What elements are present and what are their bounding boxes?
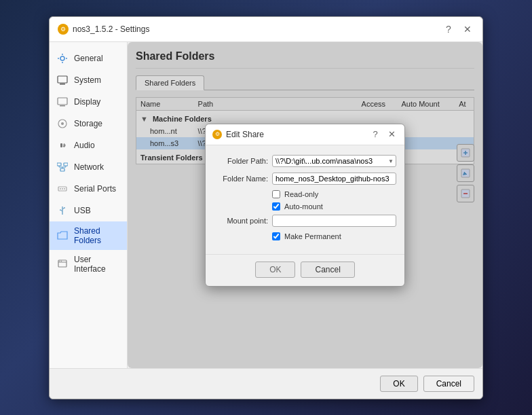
title-bar-left: ⚙ nos3_1.5.2 - Settings [58, 24, 149, 35]
system-icon [56, 74, 69, 86]
window-footer: OK Cancel [50, 368, 482, 399]
sidebar-label-usb: USB [74, 206, 91, 215]
automount-checkbox[interactable] [272, 202, 280, 211]
network-icon [56, 161, 69, 173]
readonly-label: Read-only [284, 190, 318, 198]
mount-point-input[interactable] [272, 215, 396, 227]
svg-point-25 [64, 207, 65, 209]
svg-rect-6 [60, 84, 65, 85]
user-interface-icon [56, 258, 69, 270]
ok-button[interactable]: OK [380, 376, 417, 392]
folder-path-row: Folder Path: \\?\D:\git\...ub.com\nasa\n… [214, 155, 396, 167]
folder-path-select-wrap: \\?\D:\git\...ub.com\nasa\nos3 ▼ [272, 155, 396, 167]
sidebar-item-general[interactable]: General [50, 48, 127, 69]
svg-point-31 [61, 260, 62, 261]
title-bar: ⚙ nos3_1.5.2 - Settings ? ✕ [50, 17, 482, 42]
folder-name-row: Folder Name: [214, 173, 396, 185]
sidebar-item-network[interactable]: Network [50, 156, 127, 178]
modal-app-icon: ⚙ [212, 130, 222, 139]
window-title: nos3_1.5.2 - Settings [73, 24, 149, 34]
automount-row: Auto-mount [214, 202, 396, 211]
usb-icon [56, 204, 69, 217]
sidebar-item-shared-folders[interactable]: Shared Folders [50, 221, 127, 250]
folder-path-select[interactable]: \\?\D:\git\...ub.com\nasa\nos3 [272, 155, 396, 167]
permanent-row: Make Permanent [214, 232, 396, 240]
svg-point-4 [66, 58, 67, 59]
svg-rect-11 [60, 143, 62, 147]
title-bar-right: ? ✕ [442, 22, 474, 36]
modal-cancel-button[interactable]: Cancel [301, 261, 354, 278]
general-icon [56, 52, 69, 65]
audio-icon [56, 139, 69, 151]
sidebar-item-system[interactable]: System [50, 69, 127, 91]
sidebar-item-usb[interactable]: USB [50, 200, 127, 221]
close-button[interactable]: ✕ [461, 22, 474, 36]
svg-rect-27 [60, 209, 61, 211]
readonly-checkbox[interactable] [272, 190, 280, 198]
permanent-checkbox[interactable] [272, 232, 280, 240]
modal-footer: OK Cancel [206, 254, 404, 286]
automount-label: Auto-mount [284, 202, 323, 211]
svg-rect-14 [64, 163, 68, 166]
sidebar-label-shared-folders: Shared Folders [74, 226, 120, 245]
modal-title: Edit Share [226, 130, 264, 139]
modal-body: Folder Path: \\?\D:\git\...ub.com\nasa\n… [206, 145, 404, 250]
sidebar-label-user-interface: User Interface [74, 255, 120, 274]
svg-point-20 [60, 188, 61, 190]
sidebar-item-storage[interactable]: Storage [50, 113, 127, 134]
sidebar-label-storage: Storage [74, 119, 102, 128]
sidebar-label-general: General [74, 54, 103, 63]
sidebar-item-audio[interactable]: Audio [50, 134, 127, 156]
svg-point-1 [62, 54, 63, 55]
permanent-label: Make Permanent [284, 232, 341, 240]
mount-point-row: Mount point: [214, 215, 396, 227]
readonly-row: Read-only [214, 190, 396, 198]
svg-point-3 [58, 58, 59, 59]
modal-help-button[interactable]: ? [369, 128, 381, 141]
serial-ports-icon [56, 183, 69, 195]
modal-ok-button[interactable]: OK [255, 261, 295, 278]
svg-rect-8 [60, 105, 65, 107]
shared-folders-icon [56, 230, 69, 242]
svg-point-0 [60, 56, 64, 60]
settings-window: ⚙ nos3_1.5.2 - Settings ? ✕ General Syst… [49, 16, 483, 399]
sidebar-item-serial-ports[interactable]: Serial Ports [50, 178, 127, 200]
folder-name-wrap [272, 173, 396, 185]
folder-path-label: Folder Path: [214, 157, 268, 165]
folder-name-input[interactable] [272, 173, 396, 185]
sidebar-label-audio: Audio [74, 141, 95, 150]
svg-rect-13 [57, 163, 61, 166]
help-button[interactable]: ? [442, 22, 455, 36]
sidebar-item-display[interactable]: Display [50, 91, 127, 113]
storage-icon [56, 118, 69, 130]
modal-overlay: ⚙ Edit Share ? ✕ Folder Path: [128, 42, 482, 368]
modal-close-button[interactable]: ✕ [385, 128, 398, 141]
svg-rect-7 [58, 98, 67, 105]
modal-title-buttons: ? ✕ [369, 128, 398, 141]
modal-title-left: ⚙ Edit Share [212, 130, 264, 139]
sidebar-item-user-interface[interactable]: User Interface [50, 250, 127, 278]
sidebar-label-display: Display [74, 97, 100, 107]
sidebar-label-system: System [74, 75, 101, 85]
edit-share-dialog: ⚙ Edit Share ? ✕ Folder Path: [205, 124, 405, 287]
sidebar-label-serial-ports: Serial Ports [74, 184, 116, 194]
svg-point-10 [61, 122, 64, 125]
modal-title-bar: ⚙ Edit Share ? ✕ [206, 124, 404, 145]
folder-name-label: Folder Name: [214, 175, 268, 183]
main-content: Shared Folders Shared Folders Name Path … [128, 42, 482, 368]
cancel-button[interactable]: Cancel [423, 376, 474, 392]
svg-point-2 [62, 62, 63, 63]
window-body: General System Display Storage [50, 42, 482, 368]
mount-point-wrap [272, 215, 396, 227]
svg-rect-5 [58, 76, 67, 83]
app-icon: ⚙ [58, 24, 69, 35]
sidebar: General System Display Storage [50, 42, 128, 368]
sidebar-label-network: Network [74, 162, 104, 172]
mount-point-label: Mount point: [214, 217, 268, 225]
svg-rect-12 [60, 168, 64, 171]
svg-point-21 [62, 188, 63, 190]
svg-point-30 [59, 260, 60, 261]
svg-point-22 [64, 188, 65, 190]
display-icon [56, 96, 69, 108]
